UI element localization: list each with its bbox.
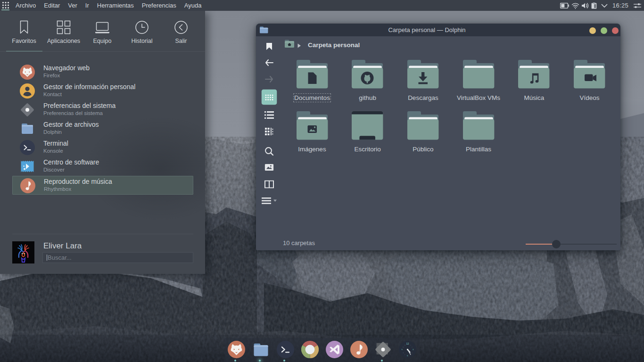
svg-text:2: 2 — [412, 346, 413, 348]
svg-text:7: 7 — [405, 354, 405, 356]
svg-text:11: 11 — [404, 345, 405, 346]
svg-text:8: 8 — [403, 352, 404, 354]
svg-text:1: 1 — [410, 345, 411, 346]
svg-text:12: 12 — [406, 342, 409, 345]
svg-text:4: 4 — [412, 352, 413, 354]
svg-text:10: 10 — [403, 346, 405, 348]
